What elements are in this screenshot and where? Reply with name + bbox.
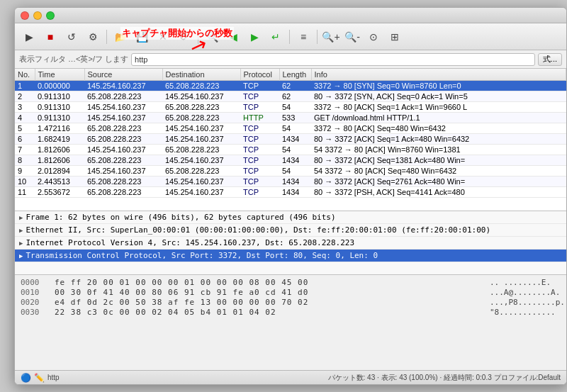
titlebar [15, 8, 566, 23]
traffic-lights [21, 11, 55, 20]
col-header-source[interactable]: Source [84, 69, 162, 81]
table-row[interactable]: 30.911310145.254.160.23765.208.228.223TC… [15, 102, 566, 113]
table-cell: 9 [15, 166, 35, 177]
table-cell: 1434 [279, 187, 311, 198]
table-cell: 145.254.160.237 [162, 134, 240, 145]
zoomin-button[interactable]: 🔍+ [321, 27, 341, 47]
table-row[interactable]: 20.91131065.208.228.223145.254.160.237TC… [15, 91, 566, 102]
zoom100-button[interactable]: ⊙ [364, 27, 383, 47]
table-row[interactable]: 71.812606145.254.160.23765.208.228.223TC… [15, 145, 566, 155]
filter-status-value: http [47, 374, 60, 381]
table-row[interactable]: 112.55367265.208.228.223145.254.160.237T… [15, 187, 566, 198]
detail-row[interactable]: ▶Transmission Control Protocol, Src Port… [15, 250, 566, 262]
hex-bytes: 00 30 0f 41 40 00 80 06 91 cb 91 fe a0 c… [55, 288, 481, 297]
table-row[interactable]: 40.911310145.254.160.23765.208.228.223HT… [15, 113, 566, 123]
close-file-button[interactable]: ✕ [153, 27, 173, 47]
table-cell: 533 [279, 113, 311, 123]
minimize-button[interactable] [33, 11, 42, 20]
statusbar-stats: パケット数: 43 · 表示: 43 (100.0%) · 経過時間: 0:0.… [65, 373, 561, 383]
filter-expression-button[interactable]: 式... [538, 53, 562, 66]
table-cell: 0.000000 [35, 81, 84, 91]
start-capture-button[interactable]: ▶ [19, 27, 39, 47]
table-cell: TCP [240, 81, 279, 91]
col-header-time[interactable]: Time [35, 69, 84, 81]
table-row[interactable]: 61.68241965.208.228.223145.254.160.237TC… [15, 134, 566, 145]
packet-table: No. Time Source Destination Protocol Len… [15, 69, 566, 198]
table-cell: 145.254.160.237 [162, 91, 240, 102]
table-cell: 54 [279, 123, 311, 134]
hex-offset: 0000 [21, 278, 46, 287]
table-cell: 10 [15, 177, 35, 187]
table-cell: 1 [15, 81, 35, 91]
table-cell: 65.208.228.223 [84, 134, 162, 145]
table-cell: 54 [279, 145, 311, 155]
packet-list[interactable]: No. Time Source Destination Protocol Len… [15, 69, 566, 211]
toolbar: ▶ ■ ↺ ⚙ 📂 💾 ✕ ⟳ 🔍 ◀ ▶ ↵ ≡ 🔍+ 🔍- ⊙ ⊞ [15, 23, 566, 50]
table-cell: 145.254.160.237 [84, 102, 162, 113]
zoomout-button[interactable]: 🔍- [342, 27, 362, 47]
table-cell: 54 3372 → 80 [ACK] Seq=480 Win=6432 [311, 166, 566, 177]
find-button[interactable]: 🔍 [202, 27, 222, 47]
table-cell: 145.254.160.237 [162, 187, 240, 198]
table-cell: 3372 → 80 [ACK] Seq=1 Ack=1 Win=9660 L [311, 102, 566, 113]
table-row[interactable]: 92.012894145.254.160.23765.208.228.223TC… [15, 166, 566, 177]
table-cell: 65.208.228.223 [84, 177, 162, 187]
forward-button[interactable]: ▶ [245, 27, 264, 47]
coloring-button[interactable]: ⊞ [385, 27, 405, 47]
table-cell: TCP [240, 123, 279, 134]
table-cell: 62 [279, 91, 311, 102]
stop-capture-button[interactable]: ■ [40, 27, 60, 47]
save-button[interactable]: 💾 [132, 27, 152, 47]
table-cell: 8 [15, 155, 35, 166]
packet-detail-pane: ▶Frame 1: 62 bytes on wire (496 bits), 6… [15, 211, 566, 274]
goto-button[interactable]: ↵ [266, 27, 286, 47]
open-button[interactable]: 📂 [111, 27, 130, 47]
col-header-protocol[interactable]: Protocol [240, 69, 279, 81]
status-ready-icon: 🔵 [21, 373, 31, 383]
maximize-button[interactable] [46, 11, 55, 20]
list-btn[interactable]: ≡ [293, 27, 313, 47]
table-cell: 54 [279, 102, 311, 113]
close-button[interactable] [21, 11, 29, 20]
table-cell: TCP [240, 145, 279, 155]
table-cell: TCP [240, 134, 279, 145]
table-cell: 1.812606 [35, 155, 84, 166]
hex-line: 001000 30 0f 41 40 00 80 06 91 cb 91 fe … [21, 288, 561, 297]
table-cell: 1.682419 [35, 134, 84, 145]
table-cell: 1.472116 [35, 123, 84, 134]
restart-button[interactable]: ↺ [62, 27, 82, 47]
detail-label: Internet Protocol Version 4, Src: 145.25… [26, 238, 354, 247]
table-cell: 54 3372 → 80 [ACK] Win=8760 Win=1381 [311, 145, 566, 155]
detail-row[interactable]: ▶Ethernet II, Src: SuperLan_00:00:01 (00… [15, 224, 566, 237]
col-header-destination[interactable]: Destination [162, 69, 240, 81]
detail-label: Frame 1: 62 bytes on wire (496 bits), 62… [26, 213, 335, 222]
table-cell: 65.208.228.223 [84, 91, 162, 102]
filter-input[interactable] [131, 53, 535, 66]
table-cell: 80 → 3372 [ACK] Seq=1 Ack=480 Win=6432 [311, 134, 566, 145]
table-cell: 1.812606 [35, 145, 84, 155]
separator-3 [289, 30, 290, 44]
options-button[interactable]: ⚙ [83, 27, 103, 47]
table-row[interactable]: 51.47211665.208.228.223145.254.160.237TC… [15, 123, 566, 134]
status-filter-icon: ✏️ [34, 373, 45, 383]
table-row[interactable]: 81.81260665.208.228.223145.254.160.237TC… [15, 155, 566, 166]
table-cell: 2.443513 [35, 177, 84, 187]
table-row[interactable]: 102.44351365.208.228.223145.254.160.237T… [15, 177, 566, 187]
col-header-no[interactable]: No. [15, 69, 35, 81]
col-header-length[interactable]: Length [279, 69, 311, 81]
table-cell: 5 [15, 123, 35, 134]
reload-button[interactable]: ⟳ [174, 27, 194, 47]
detail-row[interactable]: ▶Frame 1: 62 bytes on wire (496 bits), 6… [15, 211, 566, 224]
table-cell: 62 [279, 81, 311, 91]
detail-row[interactable]: ▶Internet Protocol Version 4, Src: 145.2… [15, 237, 566, 250]
separator-1 [106, 30, 107, 44]
table-cell: 65.208.228.223 [162, 102, 240, 113]
table-cell: TCP [240, 177, 279, 187]
table-row[interactable]: 10.000000145.254.160.23765.208.228.223TC… [15, 81, 566, 91]
back-button[interactable]: ◀ [223, 27, 243, 47]
hex-offset: 0030 [21, 308, 46, 317]
detail-triangle-icon: ▶ [19, 227, 23, 234]
col-header-info[interactable]: Info [311, 69, 566, 81]
table-cell: 54 [279, 166, 311, 177]
hex-ascii: .. ........E. [490, 278, 561, 287]
